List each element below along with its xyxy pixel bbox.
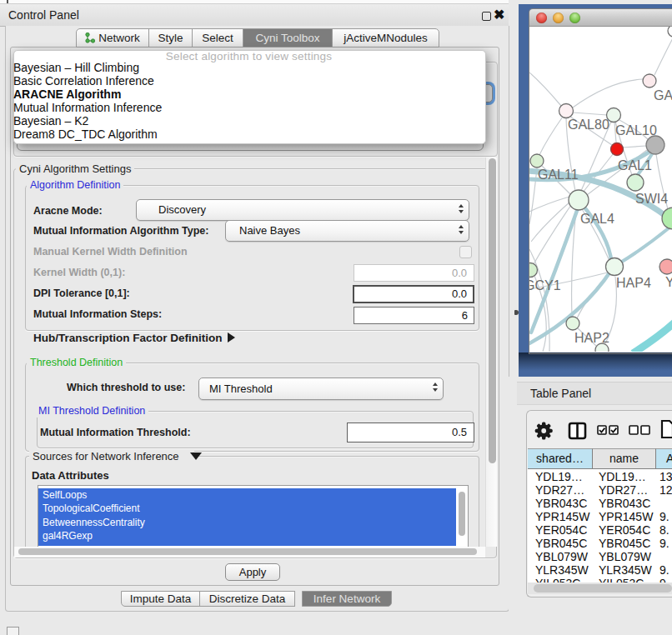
svg-text:SWI4: SWI4: [635, 192, 668, 206]
svg-text:GAL1: GAL1: [618, 158, 652, 172]
svg-text:HAP2: HAP2: [574, 331, 609, 345]
svg-text:GCY1: GCY1: [529, 278, 561, 292]
svg-text:GAL11: GAL11: [538, 168, 579, 182]
svg-text:GAL10: GAL10: [615, 123, 657, 138]
svg-text:HAP4: HAP4: [616, 276, 651, 290]
svg-text:GAL7: GAL7: [654, 88, 672, 102]
svg-text:GAL4: GAL4: [580, 212, 614, 226]
svg-text:GAL80: GAL80: [568, 118, 609, 132]
svg-text:YE: YE: [665, 275, 672, 289]
